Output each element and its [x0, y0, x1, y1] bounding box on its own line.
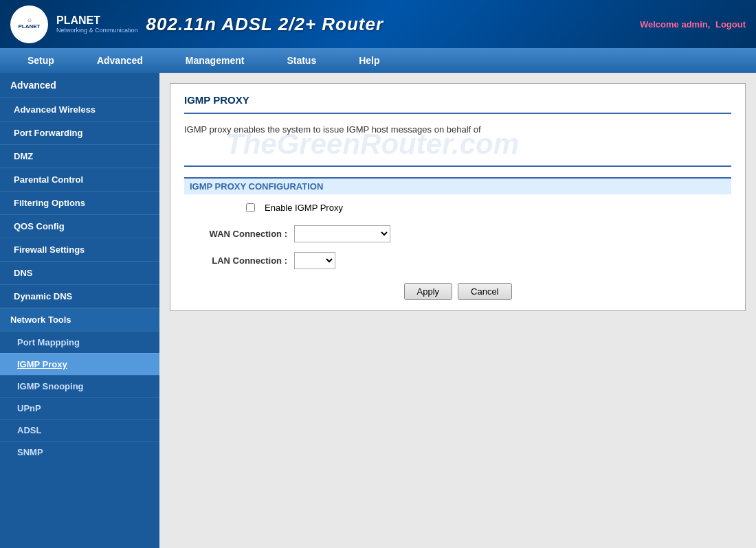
- sidebar-item-qos-config[interactable]: QOS Config: [0, 214, 159, 238]
- desc-divider: [184, 165, 731, 167]
- content-area: IGMP PROXY IGMP proxy enables the system…: [159, 73, 756, 548]
- nav-management[interactable]: Management: [165, 51, 265, 70]
- wan-connection-row: WAN Connection :: [184, 225, 731, 242]
- sidebar-section-advanced: Advanced: [0, 73, 159, 98]
- nav-advanced[interactable]: Advanced: [76, 51, 164, 70]
- enable-igmp-label: Enable IGMP Proxy: [265, 203, 343, 213]
- logo-box: ⊙ PLANET: [10, 5, 48, 43]
- nav-status[interactable]: Status: [266, 51, 337, 70]
- sidebar-item-parental-control[interactable]: Parental Control: [0, 168, 159, 191]
- button-row: Apply Cancel: [184, 283, 731, 300]
- sidebar-item-advanced-wireless[interactable]: Advanced Wireless: [0, 98, 159, 121]
- sidebar-item-igmp-snooping[interactable]: IGMP Snooping: [0, 375, 159, 397]
- sidebar-item-port-forwarding[interactable]: Port Forwarding: [0, 121, 159, 144]
- sidebar-item-firewall-settings[interactable]: Firewall Settings: [0, 238, 159, 261]
- nav-setup[interactable]: Setup: [7, 51, 75, 70]
- lan-connection-row: LAN Connection :: [184, 252, 731, 269]
- sidebar-item-filtering-options[interactable]: Filtering Options: [0, 191, 159, 214]
- sidebar-item-dns[interactable]: DNS: [0, 261, 159, 284]
- wan-connection-select[interactable]: [294, 225, 390, 242]
- config-title: IGMP PROXY CONFIGURATION: [184, 177, 731, 194]
- wan-label: WAN Connection :: [184, 229, 294, 239]
- sidebar-item-igmp-proxy[interactable]: IGMP Proxy: [0, 353, 159, 375]
- description-area: IGMP proxy enables the system to issue I…: [184, 124, 731, 165]
- lan-connection-select[interactable]: [294, 252, 335, 269]
- sidebar-item-snmp[interactable]: SNMP: [0, 441, 159, 463]
- title-divider: [184, 113, 731, 114]
- header: ⊙ PLANET PLANET Networking & Communicati…: [0, 0, 756, 48]
- sidebar-section-network-tools[interactable]: Network Tools: [0, 308, 159, 331]
- logo-icon: ⊙ PLANET: [19, 18, 41, 30]
- sidebar-item-adsl[interactable]: ADSL: [0, 419, 159, 441]
- welcome-text: Welcome admin,: [640, 19, 710, 30]
- cancel-button[interactable]: Cancel: [458, 283, 511, 300]
- brand-tagline: Networking & Communication: [56, 27, 138, 34]
- page-title: IGMP PROXY: [184, 94, 731, 106]
- enable-igmp-row: Enable IGMP Proxy: [184, 203, 731, 213]
- header-title: 802.11n ADSL 2/2+ Router: [146, 14, 384, 35]
- brand-info: PLANET Networking & Communication: [56, 14, 138, 34]
- sidebar-item-dmz[interactable]: DMZ: [0, 144, 159, 168]
- sidebar-item-upnp[interactable]: UPnP: [0, 397, 159, 419]
- apply-button[interactable]: Apply: [404, 283, 453, 300]
- content-box: IGMP PROXY IGMP proxy enables the system…: [170, 83, 746, 311]
- sidebar-item-dynamic-dns[interactable]: Dynamic DNS: [0, 284, 159, 308]
- logout-link[interactable]: Logout: [715, 19, 746, 30]
- header-welcome: Welcome admin, Logout: [640, 19, 746, 30]
- brand-name: PLANET: [56, 14, 138, 27]
- lan-label: LAN Connection :: [184, 255, 294, 266]
- sidebar-item-port-mapping[interactable]: Port Mappping: [0, 331, 159, 353]
- page-description: IGMP proxy enables the system to issue I…: [184, 124, 731, 135]
- sidebar: Advanced Advanced Wireless Port Forwardi…: [0, 73, 159, 548]
- enable-igmp-checkbox[interactable]: [246, 203, 255, 212]
- header-left: ⊙ PLANET PLANET Networking & Communicati…: [10, 5, 383, 43]
- main-layout: Advanced Advanced Wireless Port Forwardi…: [0, 73, 756, 548]
- nav-help[interactable]: Help: [338, 51, 400, 70]
- navbar: Setup Advanced Management Status Help: [0, 48, 756, 73]
